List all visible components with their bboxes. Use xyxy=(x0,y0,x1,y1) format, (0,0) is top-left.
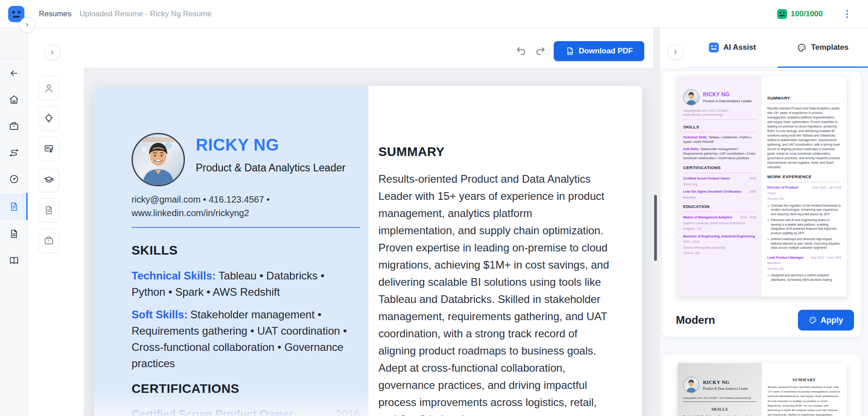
tab-templates[interactable]: Templates xyxy=(778,28,868,67)
tab-ai-assist[interactable]: AI Assist xyxy=(687,28,778,67)
pdf-file-icon: PDF xyxy=(565,47,574,56)
credits-count: 100/1000 xyxy=(791,9,823,19)
sidebar-item-career-path[interactable] xyxy=(0,140,28,166)
tpl-summary-text: Results-oriented Product and Data Analyt… xyxy=(767,106,841,170)
top-bar: Resumes › Uploaded Resume - Ricky Ng Res… xyxy=(0,0,868,28)
lightbulb-icon xyxy=(44,113,54,123)
tools-collapse-button[interactable] xyxy=(45,45,60,60)
resume-title[interactable]: Product & Data Analytics Leader xyxy=(196,162,345,174)
summary-heading[interactable]: SUMMARY xyxy=(378,145,628,159)
templates-list: RICKY NG Product & Data Analytics Leader… xyxy=(660,68,868,416)
tpl-edu-dates: 2000 - 2005 xyxy=(683,240,756,244)
tpl-divider xyxy=(683,132,756,132)
tpl-cert-issuer: Scrum.org xyxy=(683,182,756,187)
sidebar-item-cover-letters[interactable] xyxy=(0,221,28,247)
summary-text[interactable]: Results-oriented Product and Data Analyt… xyxy=(378,170,610,416)
canvas-scrollbar-thumb[interactable] xyxy=(654,195,657,261)
editor-canvas: RICKY NG Product & Data Analytics Leader… xyxy=(84,68,653,416)
tpl-technical-skills: Technical Skills:Tableau • Databricks • … xyxy=(683,135,756,144)
sidebar-item-home[interactable] xyxy=(0,86,28,113)
gauge-icon xyxy=(9,174,19,184)
resume-sheet: RICKY NG Product & Data Analytics Leader… xyxy=(94,86,642,416)
resume-name[interactable]: RICKY NG xyxy=(196,136,345,155)
tpl-work-heading: WORK EXPERIENCE xyxy=(767,174,841,179)
tpl-name-text: RICKY NG xyxy=(703,91,752,98)
tpl-summary-heading: SUMMARY xyxy=(767,95,841,100)
tpl-edu-school: Toronto Metropolitan University xyxy=(683,246,756,250)
panel-tabs: AI Assist Templates xyxy=(687,28,868,68)
tpl-divider xyxy=(683,173,756,173)
tpl-job-company: MaintainX xyxy=(767,261,841,265)
soft-skills-label: Soft Skills: xyxy=(132,308,188,321)
rail-collapse-button[interactable] xyxy=(19,17,35,33)
panel-collapse-button[interactable] xyxy=(668,44,683,60)
tpl-contact: ricky@gmail.com • 416.123.4567 • www.lin… xyxy=(683,109,756,117)
panel-tabbar: AI Assist Templates xyxy=(660,28,868,68)
tpl-job-bullets: Oversaw the migration of the frontend fr… xyxy=(767,203,841,250)
tpl-edu-row: Bachelor of Engineering, Industrial Engi… xyxy=(683,234,756,239)
undo-button[interactable] xyxy=(515,45,527,57)
credits-badge[interactable]: 100/1000 xyxy=(777,0,823,28)
skills-heading[interactable]: SKILLS xyxy=(132,243,357,258)
tool-education-button[interactable] xyxy=(38,168,59,192)
soft-skills-line[interactable]: Soft Skills:Stakeholder management • Req… xyxy=(132,307,360,372)
certification-row[interactable]: Certified Scrum Product Owner 2016 xyxy=(132,408,360,416)
tool-summary-button[interactable] xyxy=(38,198,59,222)
profile-photo[interactable] xyxy=(132,133,185,186)
tool-profile-button[interactable] xyxy=(38,76,59,100)
tpl2-right-column: SUMMARY Results-oriented Product and Dat… xyxy=(762,363,847,416)
tpl2-summary-heading: SUMMARY xyxy=(768,378,841,382)
tpl-cert-row: Lean Six Sigma Greenbelt Certification 2… xyxy=(683,189,756,194)
tpl-divider xyxy=(683,212,756,212)
tpl2-left-column: RICKY NG Product & Data Analytics Leader… xyxy=(678,363,762,416)
resume-contact[interactable]: ricky@gmail.com • 416.123.4567 • www.lin… xyxy=(132,193,360,220)
briefcase-icon xyxy=(9,121,19,131)
breadcrumb-resumes[interactable]: Resumes xyxy=(39,0,71,28)
more-options-kebab-icon[interactable] xyxy=(842,9,853,19)
sidebar-item-dashboard[interactable] xyxy=(0,166,28,192)
template-modern-preview: RICKY NG Product & Data Analytics Leader… xyxy=(678,76,847,297)
technical-skills-label: Technical Skills: xyxy=(132,269,216,282)
tool-experience-button[interactable] xyxy=(38,228,59,253)
arrow-left-icon xyxy=(9,68,19,78)
sidebar-item-library[interactable] xyxy=(0,247,28,274)
apply-template-button[interactable]: Apply xyxy=(798,310,854,331)
tpl-edu-location: Toronto, ON xyxy=(683,251,756,255)
certificate-icon xyxy=(44,144,54,154)
resume-identity: RICKY NG Product & Data Analytics Leader xyxy=(196,133,345,186)
tpl2-title-text: Product & Data Analytics Leader xyxy=(703,387,748,391)
template-card-classic[interactable]: RICKY NG Product & Data Analytics Leader… xyxy=(662,354,862,416)
apply-button-label: Apply xyxy=(821,316,843,325)
left-rail xyxy=(0,28,28,416)
template-card-modern[interactable]: RICKY NG Product & Data Analytics Leader… xyxy=(662,71,862,337)
tool-skills-button[interactable] xyxy=(38,106,59,131)
home-icon xyxy=(9,95,19,104)
chevron-right-icon xyxy=(24,22,30,28)
redo-icon xyxy=(534,45,546,57)
tpl-skills-heading: SKILLS xyxy=(683,124,756,129)
redo-button[interactable] xyxy=(534,45,546,57)
tpl-cert-row: Certified Scrum Product Owner 2016 xyxy=(683,176,756,181)
resume-header[interactable]: RICKY NG Product & Data Analytics Leader xyxy=(132,133,357,186)
chevron-right-icon xyxy=(672,49,679,55)
person-icon xyxy=(44,83,54,93)
tool-certifications-button[interactable] xyxy=(38,137,59,161)
sidebar-item-jobs[interactable] xyxy=(0,113,28,139)
certifications-heading[interactable]: CERTIFICATIONS xyxy=(132,382,357,396)
palette-icon xyxy=(797,43,807,52)
resume-right-column: SUMMARY Results-oriented Product and Dat… xyxy=(368,86,642,416)
tpl-header: RICKY NG Product & Data Analytics Leader xyxy=(683,89,756,105)
app-root: Resumes › Uploaded Resume - Ricky Ng Res… xyxy=(0,0,868,416)
tpl2-summary-text: Results-oriented Product and Data Analyt… xyxy=(768,385,841,416)
back-button[interactable] xyxy=(0,60,28,86)
tpl2-divider xyxy=(683,402,756,402)
tpl2-contact: ricky@gmail.com • 416.123.4567 • www.lin… xyxy=(683,397,756,399)
tpl-profile-photo xyxy=(683,89,699,105)
tpl2-skills-heading: SKILLS xyxy=(683,407,756,411)
sidebar-item-resumes-active[interactable] xyxy=(0,193,28,220)
technical-skills-line[interactable]: Technical Skills:Tableau • Databricks • … xyxy=(132,268,360,300)
download-pdf-button[interactable]: PDF Download PDF xyxy=(554,41,644,61)
book-icon xyxy=(9,255,19,265)
breadcrumb-root-label: Resumes xyxy=(39,9,71,19)
tpl2-technical-skills: Technical Skills:Tableau • Databricks • … xyxy=(683,414,756,416)
